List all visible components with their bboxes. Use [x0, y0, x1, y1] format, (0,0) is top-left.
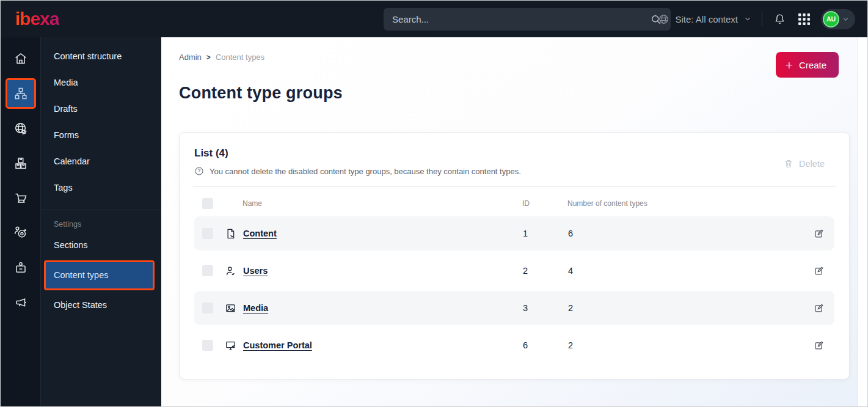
person-target-icon	[13, 225, 28, 240]
group-link[interactable]: Media	[243, 303, 268, 313]
user-menu[interactable]: AU	[821, 9, 855, 29]
notifications-button[interactable]	[772, 12, 787, 27]
monitor-icon	[225, 340, 236, 351]
group-count: 2	[568, 340, 814, 350]
sidebar-item-forms[interactable]: Forms	[41, 122, 161, 148]
help-icon[interactable]	[194, 166, 204, 176]
topbar: ibexa Site: All context	[1, 1, 867, 37]
table-row: Customer Portal 6 2	[194, 328, 834, 362]
delete-button[interactable]: Delete	[784, 158, 825, 169]
table-row: Users 2 4	[194, 254, 834, 288]
page-title: Content type groups	[179, 84, 858, 103]
list-info-text: You cannot delete the disabled content t…	[210, 167, 521, 176]
bell-icon	[773, 13, 786, 26]
table-header: Name ID Number of content types	[194, 191, 834, 216]
chevron-down-icon	[842, 15, 850, 23]
badge-icon	[13, 260, 28, 275]
megaphone-icon	[13, 295, 28, 310]
card-divider	[193, 186, 836, 187]
user-avatar: AU	[823, 11, 839, 28]
edit-icon	[814, 303, 824, 314]
home-icon	[13, 51, 28, 66]
group-id: 6	[523, 340, 568, 350]
sidebar-item-content-structure[interactable]: Content structure	[41, 43, 161, 70]
globe-icon	[658, 13, 669, 25]
image-icon	[225, 302, 236, 314]
sidebar-item-object-states[interactable]: Object States	[41, 292, 161, 318]
rail-item-content[interactable]	[1, 76, 40, 111]
site-context-dropdown[interactable]: Site: All context	[658, 13, 752, 25]
rail-item-site[interactable]	[1, 111, 40, 145]
rail-item-marketing[interactable]	[1, 285, 40, 320]
topbar-divider	[762, 12, 762, 26]
edit-icon	[814, 266, 824, 276]
ibexa-logo[interactable]: ibexa	[15, 10, 59, 28]
edit-icon	[814, 229, 824, 239]
icon-rail	[1, 37, 40, 407]
sitemap-icon	[13, 86, 28, 101]
globe-cursor-icon	[13, 121, 28, 136]
column-header-id: ID	[522, 199, 567, 208]
search-input[interactable]	[392, 14, 650, 24]
group-count: 4	[568, 266, 814, 276]
list-info: You cannot delete the disabled content t…	[194, 166, 834, 176]
plus-icon: +	[786, 59, 793, 72]
file-icon	[225, 228, 236, 240]
boxes-icon	[13, 156, 28, 170]
global-search	[384, 8, 671, 31]
sidebar-item-drafts[interactable]: Drafts	[41, 96, 161, 122]
trash-icon	[784, 158, 793, 169]
select-all-checkbox[interactable]	[202, 198, 213, 209]
rail-item-dashboard[interactable]	[1, 41, 40, 76]
edit-button[interactable]	[814, 303, 824, 314]
rail-item-commerce[interactable]	[1, 180, 40, 215]
rail-item-product-catalog[interactable]	[1, 145, 40, 180]
sidebar-item-tags[interactable]: Tags	[41, 175, 161, 201]
menu-section-settings: Settings	[41, 210, 161, 232]
column-header-name: Name	[243, 199, 522, 208]
sidebar-item-sections[interactable]: Sections	[41, 232, 161, 258]
group-link[interactable]: Customer Portal	[243, 340, 312, 350]
column-header-count: Number of content types	[567, 199, 824, 208]
edit-button[interactable]	[814, 266, 824, 276]
sidebar-item-calendar[interactable]: Calendar	[41, 148, 161, 175]
table-row: Content 1 6	[194, 216, 834, 251]
group-id: 1	[523, 229, 568, 238]
breadcrumb: Admin > Content types	[179, 37, 858, 62]
edit-icon	[814, 340, 824, 351]
create-button-label: Create	[799, 60, 826, 70]
grid-icon	[798, 13, 810, 25]
apps-grid-button[interactable]	[797, 12, 811, 26]
group-link[interactable]: Users	[243, 266, 268, 276]
row-checkbox[interactable]	[202, 265, 213, 276]
group-id: 2	[523, 266, 568, 276]
group-count: 2	[568, 303, 814, 313]
group-link[interactable]: Content	[243, 229, 277, 238]
sidebar-item-media[interactable]: Media	[41, 70, 161, 96]
card-header: List (4) You cannot delete the disabled …	[194, 147, 834, 176]
table-row: Media 3 2	[194, 291, 834, 325]
page-scroll-gutter[interactable]	[858, 37, 867, 407]
edit-button[interactable]	[814, 340, 824, 351]
row-checkbox[interactable]	[202, 302, 213, 314]
breadcrumb-current: Content types	[216, 53, 264, 62]
breadcrumb-separator: >	[206, 53, 211, 62]
breadcrumb-admin[interactable]: Admin	[179, 53, 202, 62]
group-count: 6	[568, 229, 814, 238]
rail-item-customers[interactable]	[1, 215, 40, 250]
topbar-right: Site: All context	[658, 1, 855, 37]
create-button[interactable]: + Create	[776, 52, 839, 78]
site-context-label: Site: All context	[675, 14, 738, 24]
edit-button[interactable]	[814, 229, 824, 239]
menu-sidebar: Content structure Media Drafts Forms Cal…	[40, 37, 161, 407]
cart-icon	[13, 191, 28, 205]
list-title: List (4)	[194, 147, 834, 160]
rail-item-admin[interactable]	[1, 250, 40, 285]
delete-button-label: Delete	[799, 159, 825, 169]
sidebar-item-content-types[interactable]: Content types	[46, 262, 153, 288]
row-checkbox[interactable]	[202, 340, 213, 351]
user-icon	[225, 265, 236, 277]
chevron-down-icon	[743, 15, 752, 23]
main-content: Admin > Content types + Create Content t…	[161, 37, 858, 407]
row-checkbox[interactable]	[202, 228, 213, 239]
